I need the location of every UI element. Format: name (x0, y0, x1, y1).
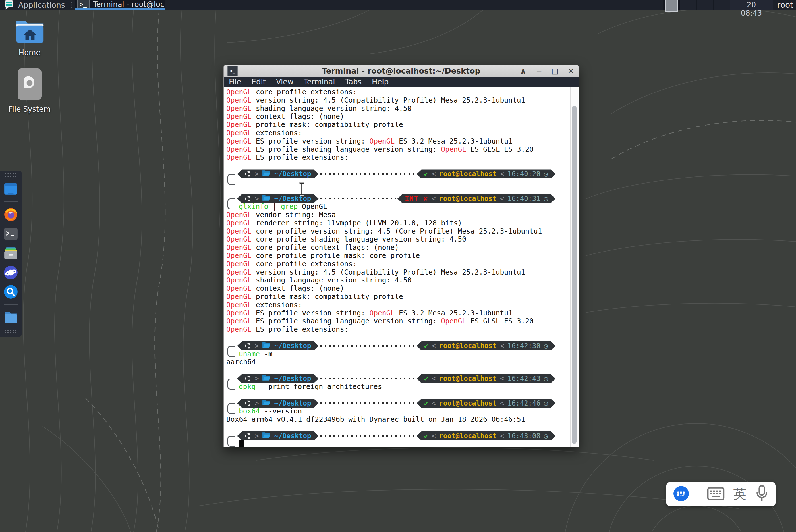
workspace-2[interactable] (680, 0, 697, 10)
terminal-text: OpenGL (226, 88, 252, 96)
language-indicator[interactable]: 英 (734, 486, 746, 503)
terminal-text: ES profile extensions: (252, 153, 348, 162)
dock-launcher-file-manager-icon[interactable] (3, 309, 18, 325)
dock-launcher-web-browser-icon[interactable] (3, 265, 18, 280)
microphone-icon[interactable] (755, 485, 769, 504)
clock-icon: ◷ (544, 342, 548, 350)
terminal-output-line: OpenGL core profile extensions: (224, 88, 570, 96)
keyboard-icon[interactable] (707, 487, 725, 501)
terminal-text: OpenGL (369, 137, 395, 145)
prompt-user-host: root@localhost (439, 432, 497, 440)
menu-item-edit[interactable]: Edit (246, 78, 271, 86)
terminal-text: ES GLSL ES 3.20 (466, 317, 534, 325)
terminal-text: OpenGL (226, 284, 252, 292)
scrollbar[interactable] (570, 87, 578, 447)
minimize-button[interactable]: ─ (535, 67, 543, 75)
terminal-output-line: OpenGL renderer string: llvmpipe (LLVM 2… (224, 219, 570, 227)
terminal-command-line (224, 440, 570, 447)
dock-launcher-show-desktop-icon[interactable] (3, 182, 18, 197)
dock-grip[interactable] (4, 173, 17, 177)
user-indicator[interactable]: root (773, 0, 796, 10)
scrollbar-thumb[interactable] (572, 106, 576, 444)
prompt-time: 16:42:43 (508, 375, 541, 382)
ibeam-mouse-cursor (298, 182, 305, 198)
clock-time: 08:43 (730, 9, 773, 17)
terminal-text: context flags: (none) (252, 112, 344, 120)
prompt-success-icon: ✔ (424, 399, 428, 407)
prompt-status-segment: ✔<root@localhost<16:42:46◷ (417, 399, 555, 408)
desktop-icon-home[interactable]: Home (4, 18, 55, 57)
ubuntu-logo-icon (245, 342, 251, 349)
file-system-drive-icon (17, 68, 42, 101)
terminal-text: dpkg (239, 382, 255, 391)
window-titlebar[interactable]: >_ Terminal - root@localhost:~/Desktop ∧… (224, 65, 579, 77)
folder-open-icon (262, 194, 271, 201)
close-button[interactable]: ✕ (567, 67, 575, 75)
terminal-text: OpenGL (226, 137, 252, 145)
active-workspace-thumbnail (665, 0, 678, 12)
prompt-path: ~/Desktop (274, 342, 311, 350)
clock-icon: ◷ (544, 399, 548, 407)
shade-button[interactable]: ∧ (519, 67, 527, 75)
desktop-icon-file-system[interactable]: File System (4, 68, 55, 113)
clock-icon: ◷ (544, 194, 548, 203)
terminal-output-line: OpenGL context flags: (none) (224, 113, 570, 121)
maximize-button[interactable]: □ (551, 67, 559, 75)
prompt-separator: < (500, 195, 504, 203)
input-method-logo-icon[interactable] (673, 486, 689, 503)
terminal-text: OpenGL (226, 260, 252, 268)
dock-grip[interactable] (4, 329, 17, 334)
prompt-path-segment: >~/Desktop (237, 399, 319, 408)
prompt-filler-dots (320, 345, 415, 347)
top-panel: Applications >_ Terminal - root@localho.… (0, 0, 796, 10)
workspace-3[interactable] (697, 0, 713, 10)
terminal-text: OpenGL (226, 276, 252, 284)
dock-launcher-search-icon[interactable] (3, 284, 18, 300)
desktop-icon-label: Home (4, 48, 55, 57)
prompt-time: 16:40:20 (508, 170, 541, 178)
terminal-text: context flags: (none) (252, 284, 344, 292)
dock-launcher-terminal-icon[interactable] (3, 226, 18, 242)
workspace-pager[interactable] (663, 0, 730, 10)
workspace-4[interactable] (713, 0, 730, 10)
terminal-text: shading language version string: 4.50 (252, 104, 412, 113)
terminal-text: OpenGL (441, 145, 466, 153)
terminal-text: grep (281, 202, 298, 211)
dock-launcher-archive-manager-icon[interactable] (3, 246, 18, 261)
menu-item-view[interactable]: View (271, 78, 299, 86)
menu-item-help[interactable]: Help (367, 78, 394, 86)
terminal-blank-line (224, 366, 570, 375)
terminal-text: Box64 arm64 v0.4.1 df223496b with Dynare… (226, 415, 525, 423)
terminal-window[interactable]: >_ Terminal - root@localhost:~/Desktop ∧… (224, 65, 579, 447)
workspace-1[interactable] (663, 0, 680, 10)
terminal-output-line: OpenGL version string: 4.5 (Compatibilit… (224, 268, 570, 277)
toolbar-divider (698, 487, 699, 501)
terminal-text: --print-foreign-architectures (255, 382, 382, 391)
prompt-status-segment: INT ✘<root@localhost<16:40:31◷ (397, 194, 555, 203)
terminal-text: profile mask: compatibility profile (252, 292, 403, 301)
prompt-path-segment: >~/Desktop (237, 169, 319, 178)
archive-manager-icon (3, 246, 18, 261)
prompt-line: >~/Desktop✔<root@localhost<16:43:08◷ (224, 432, 570, 440)
menu-item-tabs[interactable]: Tabs (340, 78, 367, 86)
panel-grip[interactable] (71, 1, 73, 8)
taskbar-window-button[interactable]: >_ Terminal - root@localho... (75, 0, 165, 10)
menu-item-terminal[interactable]: Terminal (299, 78, 340, 86)
terminal-viewport[interactable]: OpenGL core profile extensions:OpenGL ve… (224, 87, 578, 447)
prompt-bracket (227, 379, 235, 390)
dock-separator (4, 304, 18, 305)
clock[interactable]: 2026-01-20 08:43 (730, 0, 773, 10)
terminal-text: core profile version string: 4.5 (Core P… (252, 227, 542, 235)
applications-menu-button[interactable]: Applications (0, 0, 69, 10)
applications-menu-label: Applications (18, 1, 65, 10)
dock-launcher-firefox-icon[interactable] (3, 207, 18, 222)
terminal-text: OpenGL (226, 96, 252, 104)
menu-item-file[interactable]: File (224, 78, 246, 86)
terminal-command-line: dpkg --print-foreign-architectures (224, 383, 570, 391)
terminal-text: version string: 4.5 (Compatibility Profi… (252, 96, 525, 104)
terminal-blank-line (224, 391, 570, 399)
prompt-path: ~/Desktop (274, 399, 311, 407)
terminal-text: OpenGL (226, 292, 252, 301)
terminal-text: profile mask: compatibility profile (252, 120, 403, 129)
prompt-bracket (227, 346, 235, 357)
